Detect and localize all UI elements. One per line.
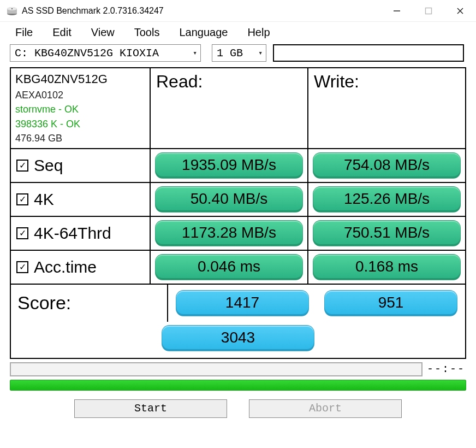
row-4k64: ✓ 4K-64Thrd 1173.28 MB/s 750.51 MB/s [11, 217, 465, 251]
menu-edit[interactable]: Edit [52, 26, 71, 39]
acc-read: 0.046 ms [155, 254, 303, 280]
drive-select[interactable]: C: KBG40ZNV512G KIOXIA ▾ [10, 44, 201, 62]
checkbox-4k[interactable]: ✓ [16, 193, 28, 205]
drive-select-value: C: KBG40ZNV512G KIOXIA [15, 47, 159, 60]
row-seq: ✓ Seq 1935.09 MB/s 754.08 MB/s [11, 149, 465, 183]
status-textbox[interactable] [273, 44, 464, 62]
menu-tools[interactable]: Tools [134, 26, 160, 39]
button-row: Start Abort [0, 399, 476, 418]
device-info: KBG40ZNV512G AEXA0102 stornvme - OK 3983… [11, 68, 151, 148]
menubar: File Edit View Tools Language Help [0, 22, 476, 42]
device-alignment: 398336 K - OK [15, 118, 145, 131]
maximize-button[interactable] [413, 0, 444, 21]
titlebar[interactable]: AS SSD Benchmark 2.0.7316.34247 [0, 0, 476, 22]
4k64-read: 1173.28 MB/s [155, 220, 303, 246]
score-read: 1417 [176, 290, 309, 316]
toolbar: C: KBG40ZNV512G KIOXIA ▾ 1 GB ▾ [0, 42, 476, 65]
acc-write: 0.168 ms [313, 254, 461, 280]
menu-language[interactable]: Language [179, 26, 228, 39]
svg-point-2 [11, 8, 13, 9]
start-button[interactable]: Start [74, 399, 227, 418]
device-firmware: AEXA0102 [15, 89, 145, 102]
size-select[interactable]: 1 GB ▾ [212, 44, 266, 62]
row-score: Score: 1417 951 3043 [11, 285, 465, 358]
header-row: KBG40ZNV512G AEXA0102 stornvme - OK 3983… [11, 68, 465, 149]
menu-view[interactable]: View [91, 26, 115, 39]
app-icon [7, 5, 17, 16]
checkbox-seq[interactable]: ✓ [16, 160, 28, 172]
label-seq: Seq [34, 156, 63, 175]
label-acc: Acc.time [34, 258, 97, 276]
4k-write: 125.26 MB/s [313, 186, 461, 213]
header-read: Read: [151, 68, 308, 148]
status-time: --:-- [427, 363, 466, 375]
statusbar: --:-- [10, 362, 466, 376]
score-write: 951 [324, 290, 457, 316]
score-total: 3043 [162, 325, 314, 351]
size-select-value: 1 GB [217, 47, 243, 60]
label-4k64: 4K-64Thrd [34, 224, 111, 243]
device-capacity: 476.94 GB [15, 132, 145, 145]
status-trough [10, 362, 423, 376]
window-controls [381, 0, 476, 21]
seq-read: 1935.09 MB/s [155, 152, 303, 179]
row-acc: ✓ Acc.time 0.046 ms 0.168 ms [11, 251, 465, 285]
menu-help[interactable]: Help [247, 26, 270, 39]
label-4k: 4K [34, 190, 54, 209]
checkbox-acc[interactable]: ✓ [16, 261, 28, 273]
header-write: Write: [308, 68, 465, 148]
minimize-button[interactable] [381, 0, 413, 21]
chevron-down-icon: ▾ [258, 49, 263, 57]
window-title: AS SSD Benchmark 2.0.7316.34247 [22, 6, 381, 16]
4k64-write: 750.51 MB/s [313, 220, 461, 246]
results-panel: KBG40ZNV512G AEXA0102 stornvme - OK 3983… [10, 67, 466, 359]
menu-file[interactable]: File [15, 26, 33, 39]
checkbox-4k64[interactable]: ✓ [16, 227, 28, 239]
device-driver: stornvme - OK [15, 103, 145, 116]
chevron-down-icon: ▾ [193, 49, 197, 57]
abort-button: Abort [249, 399, 402, 418]
score-label: Score: [11, 285, 168, 322]
device-model: KBG40ZNV512G [15, 72, 145, 87]
svg-rect-4 [426, 8, 432, 14]
4k-read: 50.40 MB/s [155, 186, 303, 213]
row-4k: ✓ 4K 50.40 MB/s 125.26 MB/s [11, 183, 465, 217]
seq-write: 754.08 MB/s [313, 152, 461, 179]
app-window: AS SSD Benchmark 2.0.7316.34247 File Edi… [0, 0, 476, 448]
close-button[interactable] [444, 0, 476, 21]
progress-bar [10, 380, 466, 391]
